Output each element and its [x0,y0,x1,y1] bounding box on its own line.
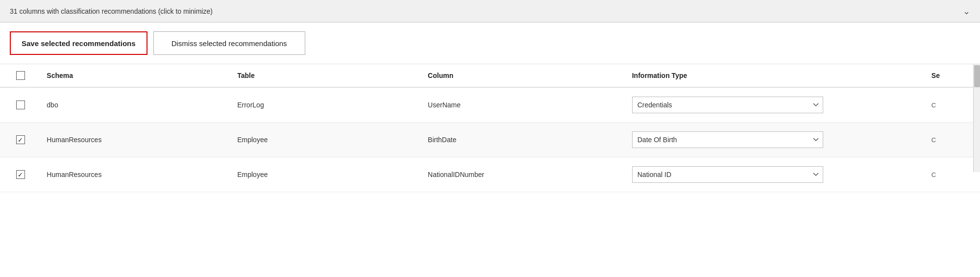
schema-column-header: Schema [41,64,231,87]
row-column-0: UserName [422,87,626,123]
scrollbar-thumb[interactable] [974,65,980,87]
row-infotype-cell-0[interactable]: CredentialsDate Of BirthNational IDNameE… [626,87,926,123]
row-se-1: C [926,123,980,157]
select-all-header[interactable] [0,64,41,87]
row-se-2: C [926,157,980,192]
recommendations-table-wrapper: Schema Table Column Information Type Se … [0,64,980,192]
row-table-0: ErrorLog [231,87,422,123]
row-checkbox-0[interactable] [16,101,25,109]
row-table-1: Employee [231,123,422,157]
row-column-1: BirthDate [422,123,626,157]
row-checkbox-cell-0[interactable] [0,87,41,123]
row-schema-1: HumanResources [41,123,231,157]
row-se-0: C [926,87,980,123]
table-row: ✓HumanResourcesEmployeeBirthDateCredenti… [0,123,980,157]
row-infotype-select-1[interactable]: CredentialsDate Of BirthNational IDNameE… [632,131,823,148]
row-schema-0: dbo [41,87,231,123]
row-checkbox-2[interactable]: ✓ [16,170,25,179]
toolbar: Save selected recommendations Dismiss se… [0,23,980,64]
scrollbar-track[interactable] [973,64,980,172]
row-schema-2: HumanResources [41,157,231,192]
recommendations-header[interactable]: 31 columns with classification recommend… [0,0,980,23]
row-checkbox-cell-1[interactable]: ✓ [0,123,41,157]
row-infotype-select-2[interactable]: CredentialsDate Of BirthNational IDNameE… [632,166,823,183]
save-selected-button[interactable]: Save selected recommendations [10,31,147,55]
collapse-icon[interactable]: ⌄ [963,6,970,17]
table-header-row: Schema Table Column Information Type Se [0,64,980,87]
table-row: ✓HumanResourcesEmployeeNationalIDNumberC… [0,157,980,192]
column-column-header: Column [422,64,626,87]
recommendations-table: Schema Table Column Information Type Se … [0,64,980,192]
row-checkbox-1[interactable]: ✓ [16,135,25,144]
row-checkbox-cell-2[interactable]: ✓ [0,157,41,192]
infotype-column-header: Information Type [626,64,926,87]
select-all-checkbox[interactable] [16,71,25,80]
table-row: dboErrorLogUserNameCredentialsDate Of Bi… [0,87,980,123]
header-text: 31 columns with classification recommend… [10,7,213,15]
row-column-2: NationalIDNumber [422,157,626,192]
row-table-2: Employee [231,157,422,192]
table-column-header: Table [231,64,422,87]
dismiss-selected-button[interactable]: Dismiss selected recommendations [153,31,305,55]
row-infotype-cell-2[interactable]: CredentialsDate Of BirthNational IDNameE… [626,157,926,192]
se-column-header: Se [926,64,980,87]
row-infotype-cell-1[interactable]: CredentialsDate Of BirthNational IDNameE… [626,123,926,157]
row-infotype-select-0[interactable]: CredentialsDate Of BirthNational IDNameE… [632,97,823,113]
